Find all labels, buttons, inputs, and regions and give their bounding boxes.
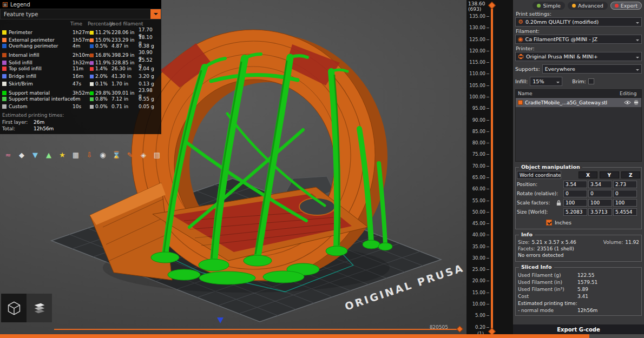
scale-y-input[interactable]	[588, 199, 612, 207]
feature-weight: 0.55 g	[139, 96, 157, 102]
travels-icon[interactable]: ≈	[3, 149, 14, 160]
move-slider-track[interactable]	[54, 329, 457, 330]
first-layer-time-row: First layer: 26m	[0, 118, 161, 125]
mode-expert-button[interactable]: Expert	[610, 2, 642, 10]
custom-gcodes-icon[interactable]: ⌛	[111, 149, 122, 160]
cube-3d-icon	[6, 301, 22, 316]
feature-type-label: Feature type	[4, 11, 38, 17]
infill-label: Infill:	[515, 78, 528, 84]
horizontal-move-slider[interactable]: 820505	[54, 324, 463, 333]
axis-x-header[interactable]: X	[579, 171, 597, 178]
infill-select[interactable]: 15%	[530, 77, 562, 86]
tick-dash	[487, 315, 489, 316]
axis-y-header[interactable]: Y	[600, 171, 619, 178]
supports-select[interactable]: Everywhere	[542, 64, 642, 74]
feature-length: 0.71 in	[111, 104, 139, 109]
object-list-item[interactable]: CradleTMobile_...a5G_Gateway.stl	[516, 98, 641, 107]
layers-preview-button[interactable]	[27, 294, 52, 322]
tick-dash	[487, 235, 489, 235]
layer-slider-track[interactable]	[491, 3, 493, 335]
axis-z-header[interactable]: Z	[621, 171, 640, 178]
mode-switcher: Simple Advanced Expert	[533, 2, 642, 10]
feature-length: 328.85 in	[111, 60, 139, 65]
legend-table: Perimeter 1h27m 11.2% 228.06 in 17.70 g …	[0, 27, 161, 110]
size-x-input[interactable]	[563, 208, 587, 216]
printer-edit-icon[interactable]	[633, 100, 639, 105]
position-y-input[interactable]	[588, 181, 612, 188]
filament-value: Ca FilamentPETG @MINI - JZ	[525, 36, 597, 42]
position-x-input[interactable]	[563, 181, 587, 188]
size-row: Size [World]:	[517, 208, 640, 216]
rotate-z-input[interactable]	[613, 190, 637, 197]
feature-color-swatch	[2, 67, 6, 71]
chevron-down-icon	[636, 22, 639, 25]
move-slider-handle[interactable]	[456, 326, 463, 333]
filament-spool-icon: ◉	[518, 36, 523, 43]
sliced-info-row: Used Filament (in³)5.89	[518, 287, 639, 292]
feature-length: 1.70 in	[111, 81, 139, 87]
editor-3d-view-button[interactable]	[1, 294, 27, 322]
tool-changes-icon[interactable]: ▦	[70, 149, 81, 160]
layer-slider-handle-top[interactable]	[488, 2, 496, 9]
total-time-row: Total: 12h56m	[0, 125, 161, 131]
export-gcode-button[interactable]: Export G-code	[513, 324, 644, 334]
brim-checkbox[interactable]	[588, 78, 594, 84]
color-changes-icon[interactable]: ⇩	[84, 149, 95, 160]
retractions-icon[interactable]: ▼	[30, 149, 41, 160]
feature-weight: 0.38 g	[139, 43, 157, 49]
percentage-color-swatch	[90, 67, 94, 71]
col-time: Time	[70, 21, 88, 26]
feature-percentage: 0.1%	[90, 81, 111, 87]
rotate-x-input[interactable]	[563, 190, 587, 197]
feature-percentage: 1.4%	[90, 66, 111, 71]
tick-dash	[487, 154, 489, 155]
object-list-header: Name Editing	[516, 90, 641, 98]
print-settings-value: 0.20mm QUALITY (modified)	[525, 19, 599, 25]
inches-row: Inches	[546, 220, 640, 226]
rotate-y-input[interactable]	[588, 190, 612, 197]
coordinates-select[interactable]: World coordinates	[517, 171, 561, 179]
uniform-scale-lock-icon[interactable]	[556, 200, 561, 206]
size-z-input[interactable]	[613, 208, 637, 216]
feature-time: 16m	[73, 74, 90, 79]
inches-checkbox[interactable]	[546, 220, 552, 226]
scale-x-input[interactable]	[563, 199, 587, 207]
wipe-icon[interactable]: ◆	[16, 149, 27, 160]
deretractions-icon[interactable]: ▲	[43, 149, 54, 160]
printer-select[interactable]: Original Prusa MINI & MINI+	[515, 52, 642, 61]
legend-toggle-icon[interactable]: ▤	[152, 149, 162, 160]
edit-gcode-icon[interactable]: ✎	[124, 149, 135, 160]
eye-icon[interactable]	[624, 100, 631, 105]
object-list: Name Editing CradleTMobile_...a5G_Gatewa…	[515, 89, 642, 162]
print-settings-select[interactable]: ⚙ 0.20mm QUALITY (modified)	[515, 17, 642, 26]
legend-header[interactable]: Legend	[0, 0, 161, 9]
first-layer-value: 26m	[34, 120, 44, 125]
shells-icon[interactable]: ◈	[138, 149, 149, 160]
simple-mode-dot	[537, 4, 541, 8]
pause-prints-icon[interactable]: ◉	[97, 149, 108, 160]
percentage-color-swatch	[90, 82, 94, 86]
mode-simple-button[interactable]: Simple	[533, 2, 564, 10]
tick-dash	[487, 212, 489, 213]
mode-advanced-button[interactable]: Advanced	[568, 2, 608, 10]
feature-label: Custom	[9, 104, 73, 109]
tick-dash	[487, 39, 489, 40]
scale-z-input[interactable]	[613, 199, 637, 207]
position-z-input[interactable]	[613, 181, 637, 188]
layer-tick: 15.00	[466, 290, 489, 295]
size-info-label: Size:	[518, 240, 530, 245]
feature-type-dropdown-button[interactable]	[150, 9, 161, 19]
filament-select[interactable]: ◉ Ca FilamentPETG @MINI - JZ	[515, 35, 642, 44]
seams-icon[interactable]: ★	[57, 149, 68, 160]
tick-dash	[487, 281, 489, 281]
percentage-color-swatch	[90, 97, 94, 101]
facets-label: Facets:	[518, 246, 535, 251]
layer-tick: 95.00	[466, 106, 489, 111]
feature-time: 10s	[73, 104, 90, 109]
size-y-input[interactable]	[588, 208, 612, 216]
feature-color-swatch	[2, 82, 6, 86]
legend-row: External perimeter 1h57m 15.0% 233.29 in…	[0, 35, 161, 42]
feature-label: External perimeter	[9, 37, 73, 43]
feature-type-select[interactable]: Feature type	[0, 9, 161, 19]
layer-tick: 30.00	[466, 256, 489, 261]
